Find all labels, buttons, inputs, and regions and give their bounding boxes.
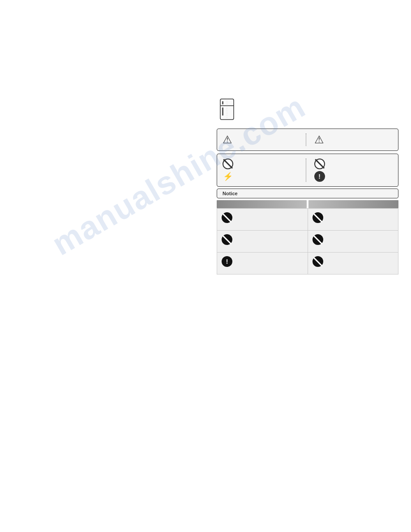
warning-triangle-right-icon: ⚠ bbox=[314, 133, 324, 146]
table-row bbox=[217, 209, 398, 231]
table-row bbox=[217, 231, 398, 253]
safety-cell-5: ! bbox=[217, 253, 308, 275]
no-icon-2 bbox=[313, 212, 323, 223]
no-icon-3 bbox=[222, 234, 232, 245]
section-header bbox=[217, 200, 398, 208]
no-icon-1 bbox=[222, 212, 232, 223]
section-header-left bbox=[217, 200, 307, 208]
safety-cell-1 bbox=[217, 209, 308, 231]
warning-box: ⚠ ⚠ bbox=[217, 129, 398, 151]
fridge-icon-container bbox=[218, 99, 398, 121]
safety-cell-3 bbox=[217, 231, 308, 253]
circle-slash-right-icon bbox=[314, 159, 325, 169]
svg-rect-2 bbox=[222, 101, 223, 104]
safety-grid: ! bbox=[217, 208, 398, 275]
caution-box: ⚡ ! bbox=[217, 154, 398, 187]
warning-right: ⚠ bbox=[306, 133, 393, 146]
warning-left: ⚠ bbox=[223, 133, 306, 146]
electric-icon: ⚡ bbox=[223, 171, 233, 182]
safety-cell-4 bbox=[308, 231, 398, 253]
no-icon-4 bbox=[313, 234, 323, 245]
content-area: ⚠ ⚠ ⚡ ! Notice bbox=[217, 99, 398, 275]
safety-cell-6 bbox=[308, 253, 398, 275]
section-header-right bbox=[308, 200, 398, 208]
circle-slash-left-icon bbox=[223, 159, 233, 169]
caution-right: ! bbox=[306, 159, 393, 182]
notice-label: Notice bbox=[223, 191, 238, 196]
page-container: manualshine.com ⚠ ⚠ bbox=[0, 0, 411, 532]
notice-box: Notice bbox=[217, 189, 398, 198]
no-icon-6 bbox=[313, 256, 323, 267]
fridge-icon bbox=[218, 99, 235, 120]
exclamation-icon: ! bbox=[314, 171, 325, 182]
caution-left: ⚡ bbox=[223, 159, 306, 182]
warn-circle-icon: ! bbox=[222, 256, 232, 267]
svg-rect-3 bbox=[222, 107, 223, 116]
warning-triangle-left-icon: ⚠ bbox=[223, 133, 232, 146]
safety-cell-2 bbox=[308, 209, 398, 231]
table-row: ! bbox=[217, 253, 398, 275]
